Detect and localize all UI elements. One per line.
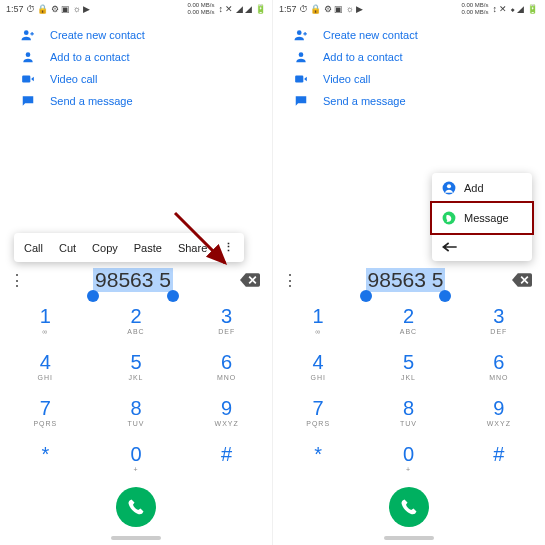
create-contact[interactable]: Create new contact xyxy=(273,24,544,46)
contact-actions: Create new contact Add to a contact Vide… xyxy=(273,18,544,116)
call-button[interactable] xyxy=(116,487,156,527)
create-contact-label: Create new contact xyxy=(50,29,145,41)
key-hash[interactable]: # xyxy=(454,435,544,481)
send-message[interactable]: Send a message xyxy=(273,90,544,112)
create-contact-label: Create new contact xyxy=(323,29,418,41)
dialed-number[interactable]: 98563 5 xyxy=(366,268,446,292)
key-6[interactable]: 6MNO xyxy=(454,343,544,389)
add-to-contact[interactable]: Add to a contact xyxy=(273,46,544,68)
overflow-popup: Add Message xyxy=(432,173,532,261)
message-icon xyxy=(293,94,309,108)
nav-pill[interactable] xyxy=(111,536,161,540)
menu-paste[interactable]: Paste xyxy=(126,238,170,258)
svg-point-5 xyxy=(299,52,304,57)
status-icons-left: ⏱ 🔒 ⚙ ▣ ☼ ▶ xyxy=(299,4,364,14)
clock: 1:57 xyxy=(279,4,297,14)
message-icon xyxy=(20,94,36,108)
key-3[interactable]: 3DEF xyxy=(454,297,544,343)
key-star[interactable]: * xyxy=(0,435,91,481)
contact-actions: Create new contact Add to a contact Vide… xyxy=(0,18,272,116)
nav-pill[interactable] xyxy=(384,536,434,540)
key-1[interactable]: 1∞ xyxy=(273,297,363,343)
more-options-icon[interactable]: ⋮ xyxy=(281,271,299,290)
key-9[interactable]: 9WXYZ xyxy=(454,389,544,435)
svg-point-0 xyxy=(24,30,29,35)
key-2[interactable]: 2ABC xyxy=(91,297,182,343)
dialed-number[interactable]: 98563 5 xyxy=(93,268,173,292)
svg-point-1 xyxy=(26,52,31,57)
selection-handle-left[interactable] xyxy=(87,290,99,302)
person-circle-icon xyxy=(442,181,456,195)
menu-copy[interactable]: Copy xyxy=(84,238,126,258)
backspace-icon[interactable] xyxy=(240,273,264,287)
more-options-icon[interactable]: ⋮ xyxy=(8,271,26,290)
person-icon xyxy=(20,50,36,64)
popup-message[interactable]: Message xyxy=(430,201,534,235)
key-9[interactable]: 9WXYZ xyxy=(181,389,272,435)
phone-screen-right: 1:57 ⏱ 🔒 ⚙ ▣ ☼ ▶ 0.00 MB/s0.00 MB/s ↕ ✕ … xyxy=(272,0,544,545)
key-0[interactable]: 0+ xyxy=(363,435,453,481)
person-plus-icon xyxy=(293,28,309,42)
status-icons-left: ⏱ 🔒 ⚙ ▣ ☼ ▶ xyxy=(26,4,91,14)
add-to-contact[interactable]: Add to a contact xyxy=(0,46,272,68)
create-contact[interactable]: Create new contact xyxy=(0,24,272,46)
key-hash[interactable]: # xyxy=(181,435,272,481)
popup-add[interactable]: Add xyxy=(432,173,532,203)
number-input-row: ⋮ 98563 5 xyxy=(273,263,544,297)
video-icon xyxy=(293,72,309,86)
key-7[interactable]: 7PQRS xyxy=(0,389,91,435)
person-icon xyxy=(293,50,309,64)
svg-point-4 xyxy=(297,30,302,35)
add-to-contact-label: Add to a contact xyxy=(323,51,403,63)
key-0[interactable]: 0+ xyxy=(91,435,182,481)
selection-handle-left[interactable] xyxy=(360,290,372,302)
send-message[interactable]: Send a message xyxy=(0,90,272,112)
key-1[interactable]: 1∞ xyxy=(0,297,91,343)
back-arrow-icon xyxy=(442,241,458,253)
svg-rect-2 xyxy=(22,76,30,83)
key-star[interactable]: * xyxy=(273,435,363,481)
popup-add-label: Add xyxy=(464,182,484,194)
menu-share[interactable]: Share xyxy=(170,238,215,258)
person-plus-icon xyxy=(20,28,36,42)
number-input-row: ⋮ 98563 5 xyxy=(0,263,272,297)
key-4[interactable]: 4GHI xyxy=(0,343,91,389)
key-8[interactable]: 8TUV xyxy=(91,389,182,435)
key-5[interactable]: 5JKL xyxy=(91,343,182,389)
nav-bar xyxy=(0,531,272,545)
phone-screen-left: 1:57 ⏱ 🔒 ⚙ ▣ ☼ ▶ 0.00 MB/s0.00 MB/s ↕ ✕ … xyxy=(0,0,272,545)
text-selection-menu: Call Cut Copy Paste Share ⋮ xyxy=(14,233,244,262)
clock: 1:57 xyxy=(6,4,24,14)
video-call[interactable]: Video call xyxy=(0,68,272,90)
menu-cut[interactable]: Cut xyxy=(51,238,84,258)
selection-handle-right[interactable] xyxy=(167,290,179,302)
keypad: 1∞ 2ABC 3DEF 4GHI 5JKL 6MNO 7PQRS 8TUV 9… xyxy=(0,297,272,481)
status-icons-right: ↕ ✕ ◢ ◢ 🔋 xyxy=(218,4,266,14)
status-icons-right: ↕ ✕ ⬥ ◢ 🔋 xyxy=(492,4,538,14)
video-call-label: Video call xyxy=(50,73,98,85)
svg-point-8 xyxy=(447,184,451,188)
send-message-label: Send a message xyxy=(50,95,133,107)
menu-call[interactable]: Call xyxy=(16,238,51,258)
keypad: 1∞ 2ABC 3DEF 4GHI 5JKL 6MNO 7PQRS 8TUV 9… xyxy=(273,297,544,481)
popup-back[interactable] xyxy=(432,233,532,261)
video-call[interactable]: Video call xyxy=(273,68,544,90)
video-call-label: Video call xyxy=(323,73,371,85)
whatsapp-icon xyxy=(442,211,456,225)
key-3[interactable]: 3DEF xyxy=(181,297,272,343)
backspace-icon[interactable] xyxy=(512,273,536,287)
key-8[interactable]: 8TUV xyxy=(363,389,453,435)
key-5[interactable]: 5JKL xyxy=(363,343,453,389)
video-icon xyxy=(20,72,36,86)
key-7[interactable]: 7PQRS xyxy=(273,389,363,435)
menu-overflow-icon[interactable]: ⋮ xyxy=(215,237,242,258)
dialer-panel: Call Cut Copy Paste Share ⋮ ⋮ 98563 5 1∞… xyxy=(0,263,272,545)
dialer-panel: Add Message ⋮ 98563 5 1∞ xyxy=(273,263,544,545)
svg-rect-6 xyxy=(295,76,303,83)
key-4[interactable]: 4GHI xyxy=(273,343,363,389)
popup-message-label: Message xyxy=(464,212,509,224)
key-2[interactable]: 2ABC xyxy=(363,297,453,343)
status-bar: 1:57 ⏱ 🔒 ⚙ ▣ ☼ ▶ 0.00 MB/s0.00 MB/s ↕ ✕ … xyxy=(273,0,544,18)
key-6[interactable]: 6MNO xyxy=(181,343,272,389)
call-button[interactable] xyxy=(389,487,429,527)
